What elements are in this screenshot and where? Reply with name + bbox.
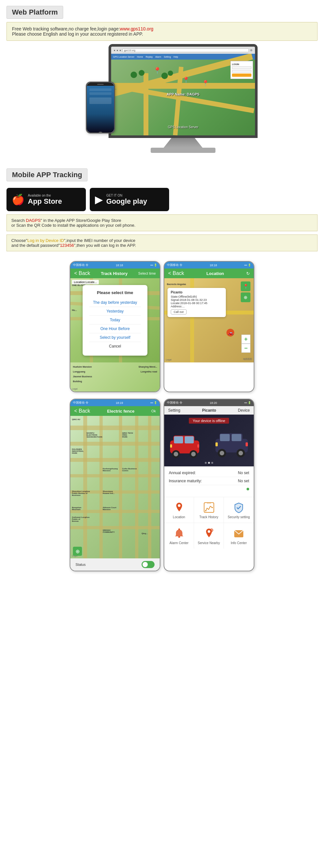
- monitor-login-panel: LOGIN: [230, 61, 253, 79]
- insurance-label: Insurance maturity:: [169, 479, 202, 483]
- nav-select-time[interactable]: Select time: [138, 271, 156, 275]
- web-platform-section: Web Platform Free Web tracking software,…: [0, 0, 324, 163]
- track-history-feature-label: Track History: [199, 515, 218, 519]
- web-link[interactable]: www.gps110.org: [120, 26, 154, 31]
- back-button-fence[interactable]: < Back: [74, 408, 90, 414]
- svg-point-23: [212, 507, 213, 508]
- track-history-phone: 中国移动 令 18:18 ▪▪▪ 🔋 < Back Track History …: [70, 261, 160, 392]
- bubble-signal: Signal:2018-01-08 01:32:23: [171, 298, 223, 302]
- zoom-out-button[interactable]: −: [241, 344, 251, 353]
- bubble-title: Picanto: [171, 290, 223, 294]
- status-icons-offline: ▪▪▪ 🔋: [244, 401, 251, 404]
- location-label: Location:Locate...: [72, 280, 99, 284]
- nav-setting[interactable]: Setting: [168, 408, 180, 413]
- back-button-loc[interactable]: < Back: [168, 271, 184, 276]
- location-target-icon[interactable]: ⊕: [241, 292, 251, 302]
- web-info-text: Free Web tracking software,no charge fee…: [12, 26, 120, 31]
- google-play-label-large: Google play: [106, 197, 147, 206]
- bubble-state: State:Offline(9d16h): [171, 295, 223, 298]
- electric-fence-phone: 中国移动 令 18:19 ▪▪▪ 🔋 < Back Electric fence…: [70, 399, 160, 571]
- service-feature-label: Service Nearby: [198, 541, 220, 545]
- location-feature-icon: [173, 501, 186, 514]
- annual-label: Annual expired:: [169, 471, 196, 475]
- google-play-button[interactable]: ▶ GET IT ON Google play: [90, 188, 169, 211]
- gps-target-icon[interactable]: ⊕: [73, 547, 82, 556]
- svg-rect-3: [185, 436, 194, 443]
- location-icons[interactable]: 📍 ⊕: [241, 281, 251, 302]
- location-map: 📍 ⊕ Picanto State:Offline(9d16h) Signal:…: [164, 278, 254, 363]
- app-store-label-small: Available on the: [28, 194, 62, 197]
- back-button[interactable]: < Back: [74, 271, 90, 276]
- svg-point-5: [174, 452, 178, 456]
- service-feature-icon: [203, 527, 215, 540]
- call-out-button[interactable]: Call out: [171, 309, 187, 314]
- feature-track-history[interactable]: Track History: [194, 497, 224, 523]
- status-carrier-fence: 中国移动 令: [73, 401, 88, 405]
- feature-location[interactable]: Location: [164, 497, 194, 523]
- mobile-app-section: Mobile APP Tracking 🍎 Available on the A…: [0, 163, 324, 575]
- nav-device[interactable]: Device: [238, 408, 250, 413]
- annual-value: No set: [238, 471, 249, 475]
- offline-nav: Setting Picanto Device: [164, 406, 254, 414]
- fence-status-label: Status: [76, 563, 86, 566]
- choose-text2: ",input the IMEI number of your device: [64, 238, 136, 243]
- option-select-yourself[interactable]: Select by yourself: [89, 333, 141, 342]
- google-play-icon: ▶: [95, 193, 103, 206]
- choose-instruction-box: Choose"Log in by Device ID",input the IM…: [6, 235, 318, 251]
- track-history-status-bar: 中国移动 令 18:18 ▪▪▪ 🔋: [70, 262, 160, 269]
- svg-point-25: [178, 529, 180, 530]
- feature-alarm[interactable]: Alarm Center: [164, 523, 194, 549]
- search-instruction-box: Search DAGPS" in the Apple APP Store/Goo…: [6, 214, 318, 231]
- web-info-box: Free Web tracking software,no charge fee…: [6, 22, 318, 41]
- nav-ok-fence[interactable]: Ok: [151, 409, 156, 413]
- security-feature-icon: [232, 501, 245, 514]
- search-text-suffix: " in the Apple APP Store/Google Play Sto…: [40, 218, 121, 223]
- status-carrier: 中国移动 令: [73, 263, 88, 267]
- status-time-offline: 18:20: [210, 401, 217, 405]
- feature-security[interactable]: Security setting: [224, 497, 254, 523]
- choose-text4: ",then you will can log in the APP.: [74, 243, 136, 248]
- svg-point-15: [220, 451, 224, 455]
- status-icons: ▪▪▪ 🔋: [150, 264, 157, 267]
- option-day-before[interactable]: The day before yesterday: [89, 298, 141, 307]
- app-store-button[interactable]: 🍎 Available on the App Store: [6, 188, 86, 211]
- google-play-text: GET IT ON Google play: [106, 194, 147, 206]
- status-time: 18:18: [116, 264, 123, 267]
- location-pin-icon[interactable]: 📍: [241, 281, 251, 291]
- svg-point-22: [205, 510, 206, 512]
- choose-text1: Choose": [11, 238, 27, 243]
- car-banner: Your device is offline: [164, 414, 254, 466]
- time-select-dialog: Please select time The day before yester…: [83, 285, 147, 355]
- info-feature-icon: [232, 527, 245, 540]
- svg-point-17: [238, 451, 243, 455]
- insurance-row: Insurance maturity: No set: [169, 477, 249, 485]
- choose-highlight1: Log in by Device ID: [27, 238, 64, 243]
- web-info-text2: Please choose English and log in your ac…: [12, 31, 143, 37]
- apple-icon: 🍎: [12, 193, 25, 206]
- app-store-text: Available on the App Store: [28, 194, 62, 206]
- app-store-buttons: 🍎 Available on the App Store ▶ GET IT ON…: [6, 188, 318, 211]
- option-yesterday[interactable]: Yesterday: [89, 307, 141, 316]
- location-status-bar: 中国移动 令 18:18 ▪▪▪ 🔋: [164, 262, 254, 269]
- location-refresh-icon[interactable]: ↻: [246, 271, 250, 276]
- status-carrier-loc: 中国移动 令: [167, 263, 182, 267]
- security-feature-label: Security setting: [228, 515, 250, 519]
- option-cancel[interactable]: Cancel: [89, 342, 141, 350]
- track-history-feature-icon: [203, 501, 215, 514]
- feature-info[interactable]: Info Center: [224, 523, 254, 549]
- zoom-in-button[interactable]: +: [241, 335, 251, 344]
- device-info: Annual expired: No set Insurance maturit…: [164, 466, 254, 497]
- svg-rect-8: [170, 444, 172, 447]
- vehicle-info-bubble: Picanto State:Offline(9d16h) Signal:2018…: [168, 288, 226, 317]
- insurance-value: No set: [238, 479, 249, 483]
- status-carrier-offline: 中国移动 令: [167, 401, 182, 405]
- status-time-fence: 18:19: [116, 401, 123, 405]
- feature-service[interactable]: Service Nearby: [194, 523, 224, 549]
- fence-toggle[interactable]: [142, 561, 154, 568]
- section-title-mobile: Mobile APP Tracking: [6, 168, 87, 181]
- option-one-hour[interactable]: One Hour Before: [89, 324, 141, 333]
- device-offline-phone: 中国移动 令 18:20 ▪▪▪ 🔋 Setting Picanto Devic…: [164, 399, 254, 571]
- option-today[interactable]: Today: [89, 316, 141, 324]
- location-feature-label: Location: [173, 515, 185, 519]
- zoom-controls: + −: [241, 335, 251, 353]
